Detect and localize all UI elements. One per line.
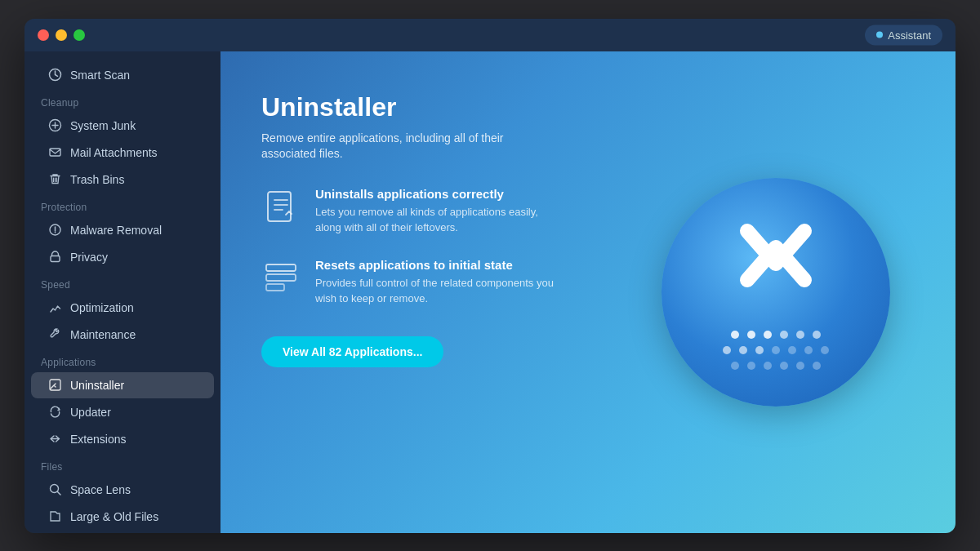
sidebar-item-system-junk[interactable]: System Junk [31, 113, 214, 139]
page-subtitle: Remove entire applications, including al… [261, 131, 523, 162]
sidebar-item-updater[interactable]: Updater [31, 399, 214, 425]
close-button[interactable] [38, 29, 49, 41]
feature-resets-text: Resets applications to initial state Pro… [315, 258, 560, 307]
feature-uninstalls-heading: Uninstalls applications correctly [315, 187, 560, 201]
sidebar-section-applications: Applications [24, 349, 220, 371]
sidebar-item-label: Mail Attachments [70, 146, 158, 159]
dot [731, 362, 739, 370]
mail-attachments-icon [47, 145, 62, 160]
svg-rect-5 [50, 380, 60, 390]
dot [821, 346, 829, 354]
hero-illustration [662, 178, 890, 407]
sidebar-item-mail-attachments[interactable]: Mail Attachments [31, 140, 214, 166]
svg-rect-4 [51, 256, 60, 262]
large-old-files-icon [47, 509, 62, 524]
sidebar-item-label: Privacy [70, 251, 108, 264]
dot [755, 346, 764, 354]
sidebar-item-label: Large & Old Files [70, 510, 158, 523]
sidebar-item-shredder[interactable]: Shredder [31, 531, 214, 533]
dot [764, 331, 772, 339]
feature-resets: Resets applications to initial state Pro… [261, 258, 588, 307]
dot [747, 362, 755, 370]
sidebar-item-large-old-files[interactable]: Large & Old Files [31, 504, 214, 530]
minimize-button[interactable] [56, 29, 67, 41]
sidebar-item-label: Trash Bins [70, 173, 124, 186]
view-all-button[interactable]: View All 82 Applications... [261, 336, 443, 367]
dot [747, 331, 755, 339]
dot [796, 362, 804, 370]
sidebar-item-smart-scan[interactable]: Smart Scan [31, 62, 214, 88]
sidebar-item-optimization[interactable]: Optimization [31, 295, 214, 321]
sidebar-item-label: Malware Removal [70, 224, 162, 237]
sidebar-section-speed: Speed [24, 271, 220, 294]
dot [804, 346, 813, 354]
sidebar-item-privacy[interactable]: Privacy [31, 244, 214, 270]
sidebar-item-trash-bins[interactable]: Trash Bins [31, 167, 214, 193]
svg-rect-11 [266, 284, 284, 291]
system-junk-icon [47, 118, 62, 133]
trash-bins-icon [47, 172, 62, 187]
sidebar-item-space-lens[interactable]: Space Lens [31, 477, 214, 503]
feature-uninstalls-description: Lets you remove all kinds of application… [315, 205, 560, 236]
privacy-icon [47, 250, 62, 264]
dot [772, 346, 780, 354]
optimization-icon [47, 300, 62, 315]
feature-uninstalls: Uninstalls applications correctly Lets y… [261, 187, 588, 236]
sidebar-section-files: Files [24, 453, 220, 476]
main-content: Uninstaller Remove entire applications, … [220, 51, 956, 533]
x-logo-icon [731, 219, 821, 292]
extensions-icon [47, 432, 62, 447]
uninstaller-icon [47, 378, 62, 393]
sidebar-item-extensions[interactable]: Extensions [31, 426, 214, 452]
svg-rect-2 [50, 149, 60, 156]
sidebar-item-maintenance[interactable]: Maintenance [31, 322, 214, 348]
space-lens-icon [47, 482, 62, 497]
uninstalls-icon [263, 189, 299, 224]
sidebar-item-label: Extensions [70, 433, 126, 446]
dot [780, 331, 788, 339]
dot-row-1 [723, 331, 829, 339]
sidebar-item-label: System Junk [70, 119, 136, 132]
sidebar-item-label: Optimization [70, 301, 134, 314]
sidebar-item-label: Uninstaller [70, 379, 124, 392]
traffic-lights [38, 29, 85, 41]
svg-rect-8 [268, 192, 291, 221]
app-body: Smart Scan Cleanup System Junk [24, 51, 956, 533]
sidebar-item-malware-removal[interactable]: Malware Removal [31, 217, 214, 243]
feature-resets-icon-wrap [261, 258, 301, 297]
dot [731, 331, 739, 339]
feature-uninstalls-icon-wrap [261, 187, 301, 226]
dot [764, 362, 772, 370]
malware-removal-icon [47, 223, 62, 238]
dot-row-2 [723, 346, 829, 354]
page-title: Uninstaller [261, 92, 915, 122]
dot-row-3 [723, 362, 829, 370]
title-bar: Assistant [24, 19, 956, 51]
dot [813, 331, 821, 339]
dot [723, 346, 731, 354]
maintenance-icon [47, 327, 62, 342]
feature-resets-heading: Resets applications to initial state [315, 258, 560, 272]
dot [780, 362, 788, 370]
sidebar-item-label: Maintenance [70, 328, 136, 341]
sidebar-item-uninstaller[interactable]: Uninstaller [31, 372, 214, 398]
dot [788, 346, 796, 354]
sidebar-item-label: Smart Scan [70, 69, 130, 82]
sidebar-section-protection: Protection [24, 193, 220, 216]
feature-resets-description: Provides full control of the related com… [315, 276, 560, 307]
dot [796, 331, 804, 339]
dot [739, 346, 747, 354]
sidebar-item-label: Updater [70, 406, 111, 419]
sidebar-section-cleanup: Cleanup [24, 89, 220, 112]
dot [813, 362, 821, 370]
features-list: Uninstalls applications correctly Lets y… [261, 187, 588, 307]
updater-icon [47, 405, 62, 420]
assistant-dot-icon [876, 32, 883, 38]
maximize-button[interactable] [74, 29, 85, 41]
dots-grid [723, 331, 829, 370]
main-header: Uninstaller Remove entire applications, … [261, 92, 915, 162]
resets-icon [263, 260, 299, 295]
smart-scan-icon [47, 68, 62, 82]
assistant-label: Assistant [888, 29, 931, 41]
assistant-button[interactable]: Assistant [865, 24, 942, 45]
